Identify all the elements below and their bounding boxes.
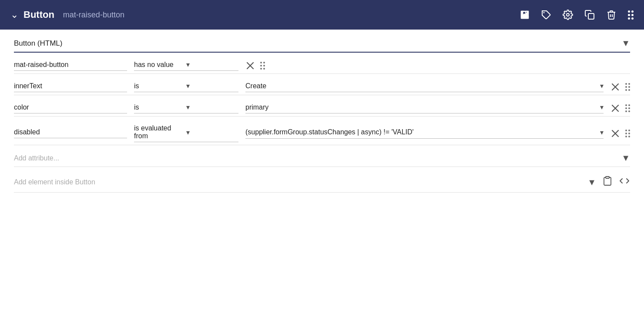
svg-point-3 (567, 13, 569, 16)
attribute-row: coloris▾primary▾ (14, 95, 630, 117)
add-attribute-row[interactable]: Add attribute... ▼ (14, 145, 630, 167)
remove-attribute-button[interactable] (610, 82, 620, 92)
more-icon[interactable] (628, 10, 634, 20)
attributes-container: mat-raised-buttonhas no value▾ innerText… (14, 53, 630, 145)
add-element-chevron[interactable]: ▼ (587, 177, 596, 187)
attribute-actions (610, 103, 630, 113)
attribute-name: innerText (14, 82, 127, 92)
tag-icon[interactable] (541, 10, 551, 20)
add-element-label: Add element inside Button (14, 178, 587, 186)
section-chevron[interactable]: ▼ (621, 38, 630, 48)
header: ⌄ Button mat-raised-button (0, 0, 644, 30)
attribute-operator[interactable]: has no value▾ (134, 60, 238, 71)
attribute-value[interactable]: (supplier.formGroup.statusChanges | asyn… (245, 128, 604, 139)
attribute-actions (245, 61, 265, 70)
remove-attribute-button[interactable] (610, 103, 620, 113)
attribute-operator[interactable]: is evaluated from▾ (134, 124, 238, 142)
attribute-value[interactable]: Create▾ (245, 82, 604, 92)
add-attribute-chevron[interactable]: ▼ (621, 153, 630, 163)
drag-handle-icon[interactable] (260, 62, 265, 70)
svg-rect-4 (588, 13, 594, 19)
drag-handle-icon[interactable] (625, 104, 630, 112)
attribute-row: mat-raised-buttonhas no value▾ (14, 53, 630, 74)
attribute-row: disabledis evaluated from▾(supplier.form… (14, 117, 630, 145)
edit-icon[interactable] (520, 10, 530, 20)
attribute-name: disabled (14, 128, 127, 138)
attribute-name: mat-raised-button (14, 61, 127, 71)
add-element-row: Add element inside Button ▼ (14, 167, 630, 193)
copy-icon[interactable] (584, 10, 595, 20)
clipboard-icon[interactable] (602, 176, 613, 189)
remove-attribute-button[interactable] (610, 129, 620, 138)
header-chevron[interactable]: ⌄ (10, 9, 18, 20)
delete-icon[interactable] (606, 10, 617, 20)
svg-rect-13 (606, 177, 609, 178)
attribute-operator[interactable]: is▾ (134, 82, 238, 92)
attribute-name: color (14, 103, 127, 113)
header-subtitle: mat-raised-button (63, 10, 124, 20)
attribute-value[interactable]: primary▾ (245, 103, 604, 113)
settings-icon[interactable] (563, 10, 573, 20)
section-title: Button (HTML) (14, 39, 621, 48)
code-icon[interactable] (619, 176, 630, 189)
add-attribute-label: Add attribute... (14, 154, 621, 162)
drag-handle-icon[interactable] (625, 83, 630, 91)
add-element-actions: ▼ (587, 176, 630, 189)
drag-handle-icon[interactable] (625, 130, 630, 137)
header-title: Button (23, 9, 54, 20)
attribute-actions (610, 129, 630, 138)
attribute-operator[interactable]: is▾ (134, 103, 238, 113)
remove-attribute-button[interactable] (245, 61, 255, 70)
header-icons (520, 10, 634, 20)
attribute-actions (610, 82, 630, 92)
section-header: Button (HTML) ▼ (14, 30, 630, 53)
attribute-row: innerTextis▾Create▾ (14, 74, 630, 95)
svg-point-2 (543, 12, 545, 13)
main-content: Button (HTML) ▼ mat-raised-buttonhas no … (0, 30, 644, 193)
